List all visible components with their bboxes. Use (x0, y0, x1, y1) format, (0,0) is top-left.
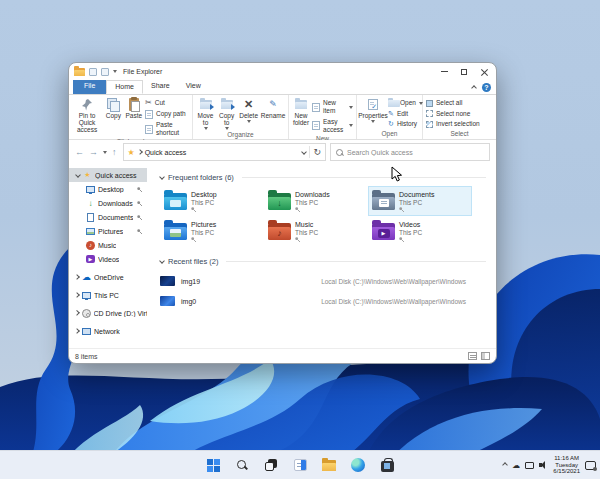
easy-access-button[interactable]: Easy access (312, 118, 353, 134)
cut-icon: ✂ (145, 99, 152, 107)
rename-icon: ✎ (269, 97, 277, 111)
collapse-chevron-icon[interactable] (74, 274, 80, 280)
folder-tile-documents[interactable]: DocumentsThis PC (368, 186, 472, 216)
paste-shortcut-button[interactable]: Paste shortcut (145, 121, 189, 137)
open-button[interactable]: Open (388, 99, 423, 107)
sidebar-item-documents[interactable]: Documents (69, 210, 147, 224)
copy-path-icon (145, 110, 153, 119)
quick-access-star-icon: ★ (128, 148, 135, 157)
ribbon-group-select: Select all Select none Invert selection … (423, 95, 496, 139)
move-to-button[interactable]: Move to (196, 97, 215, 130)
group-label-open: Open (357, 129, 422, 139)
task-view-button[interactable] (262, 456, 280, 474)
minimize-icon (441, 71, 448, 72)
copy-button[interactable]: Copy (104, 97, 122, 119)
file-explorer-button[interactable] (320, 456, 338, 474)
new-folder-icon (295, 100, 307, 109)
minimize-ribbon-icon[interactable] (471, 85, 477, 91)
refresh-icon[interactable]: ↻ (313, 147, 321, 157)
new-folder-button[interactable]: New folder (292, 97, 310, 126)
expand-chevron-icon[interactable] (75, 172, 81, 178)
volume-tray-button[interactable] (539, 461, 548, 469)
folder-tile-desktop[interactable]: DesktopThis PC (160, 186, 264, 216)
back-button[interactable]: ← (75, 147, 84, 157)
pin-icon (137, 201, 142, 206)
delete-button[interactable]: ✕ Delete (238, 97, 259, 123)
qat-customize-chevron-icon[interactable] (113, 70, 117, 73)
address-dropdown-icon[interactable] (302, 149, 308, 155)
recent-file-row[interactable]: img19 Local Disk (C:)\Windows\Web\Wallpa… (160, 271, 496, 291)
network-tray-button[interactable] (525, 462, 534, 469)
sidebar-item-videos[interactable]: ▶ Videos (69, 252, 147, 266)
sidebar-item-music[interactable]: ♪ Music (69, 238, 147, 252)
start-button[interactable] (204, 456, 222, 474)
search-button[interactable] (233, 456, 251, 474)
clock[interactable]: 11:16 AM Tuesday 6/15/2021 (553, 455, 580, 475)
copy-path-button[interactable]: Copy path (145, 110, 189, 119)
section-collapse-icon[interactable] (159, 258, 165, 264)
sidebar-item-desktop[interactable]: Desktop (69, 182, 147, 196)
collapse-chevron-icon[interactable] (74, 310, 79, 315)
history-button[interactable]: ↻History (388, 120, 423, 128)
forward-button[interactable]: → (89, 147, 98, 157)
this-pc-icon (82, 292, 91, 299)
recent-file-row[interactable]: img0 Local Disk (C:)\Windows\Web\Wallpap… (160, 291, 496, 311)
new-item-button[interactable]: New item (312, 99, 353, 115)
widgets-button[interactable] (291, 456, 309, 474)
folder-tile-videos[interactable]: ▶ VideosThis PC (368, 216, 472, 246)
ribbon-group-clipboard: Pin to Quick access Copy Paste ✂Cut Copy… (69, 95, 193, 139)
sidebar-item-network[interactable]: Network (69, 324, 147, 338)
recent-files-header[interactable]: Recent files (2) (160, 254, 496, 268)
store-button[interactable] (378, 456, 396, 474)
help-icon[interactable]: ? (482, 83, 491, 92)
collapse-chevron-icon[interactable] (74, 292, 80, 298)
close-button[interactable] (474, 65, 494, 78)
maximize-button[interactable] (454, 65, 474, 78)
minimize-button[interactable] (434, 65, 454, 78)
properties-button[interactable]: ✓ Properties (360, 97, 386, 123)
details-view-button[interactable] (468, 352, 477, 360)
qat-properties-icon[interactable] (89, 68, 97, 76)
sidebar-item-quick-access[interactable]: ★ Quick access (69, 168, 147, 182)
pin-to-quick-access-button[interactable]: Pin to Quick access (72, 97, 102, 133)
qat-new-folder-icon[interactable] (101, 68, 109, 76)
collapse-chevron-icon[interactable] (74, 328, 80, 334)
frequent-folders-header[interactable]: Frequent folders (6) (160, 170, 496, 184)
onedrive-tray-button[interactable]: ☁ (512, 461, 520, 470)
sidebar-item-downloads[interactable]: ↓ Downloads (69, 196, 147, 210)
select-none-button[interactable]: Select none (426, 110, 480, 118)
notification-center-button[interactable] (585, 461, 596, 470)
edge-button[interactable] (349, 456, 367, 474)
paste-button[interactable]: Paste (125, 97, 143, 119)
up-button[interactable]: ↑ (112, 147, 117, 157)
cut-button[interactable]: ✂Cut (145, 99, 189, 107)
invert-selection-button[interactable]: Invert selection (426, 120, 480, 128)
address-bar[interactable]: ★ Quick access ↻ (123, 143, 327, 161)
folder-tile-pictures[interactable]: PicturesThis PC (160, 216, 264, 246)
tab-home[interactable]: Home (106, 80, 143, 94)
sidebar-item-cd-drive[interactable]: CD Drive (D:) Virtual (69, 306, 147, 320)
tab-file[interactable]: File (73, 80, 106, 94)
section-collapse-icon[interactable] (159, 174, 165, 180)
tab-view[interactable]: View (178, 80, 209, 94)
music-folder-icon: ♪ (268, 223, 291, 240)
sidebar-item-pictures[interactable]: Pictures (69, 224, 147, 238)
copy-to-button[interactable]: Copy to (217, 97, 236, 130)
folder-tile-music[interactable]: ♪ MusicThis PC (264, 216, 368, 246)
tab-share[interactable]: Share (143, 80, 178, 94)
edit-button[interactable]: ✎Edit (388, 110, 423, 118)
folder-tile-downloads[interactable]: ↓ DownloadsThis PC (264, 186, 368, 216)
downloads-icon: ↓ (86, 199, 95, 208)
rename-button[interactable]: ✎ Rename (261, 97, 285, 119)
sidebar-item-this-pc[interactable]: This PC (69, 288, 147, 302)
microsoft-store-icon (381, 461, 394, 472)
search-input[interactable] (347, 149, 484, 156)
frequent-folders-grid: DesktopThis PC ↓ DownloadsThis PC Docume… (160, 186, 478, 246)
sidebar-item-onedrive[interactable]: ☁ OneDrive (69, 270, 147, 284)
tray-overflow-button[interactable] (503, 463, 507, 467)
recent-locations-dropdown-icon[interactable] (103, 151, 107, 154)
select-all-button[interactable]: Select all (426, 99, 480, 107)
speaker-icon (539, 461, 548, 469)
large-icons-view-button[interactable] (481, 352, 490, 360)
search-box[interactable] (330, 143, 490, 161)
